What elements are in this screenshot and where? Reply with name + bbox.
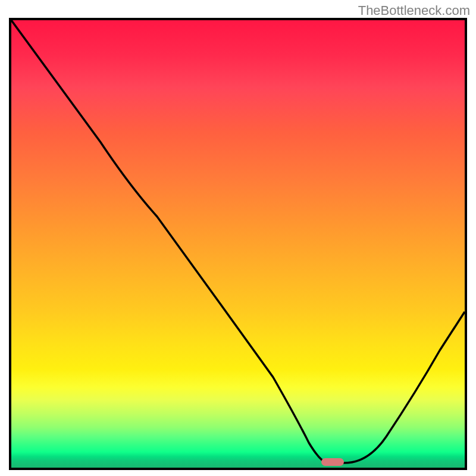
watermark-text: TheBottleneck.com (358, 3, 470, 18)
optimal-marker (321, 458, 344, 466)
bottleneck-curve (11, 20, 465, 468)
chart-container (9, 18, 467, 470)
